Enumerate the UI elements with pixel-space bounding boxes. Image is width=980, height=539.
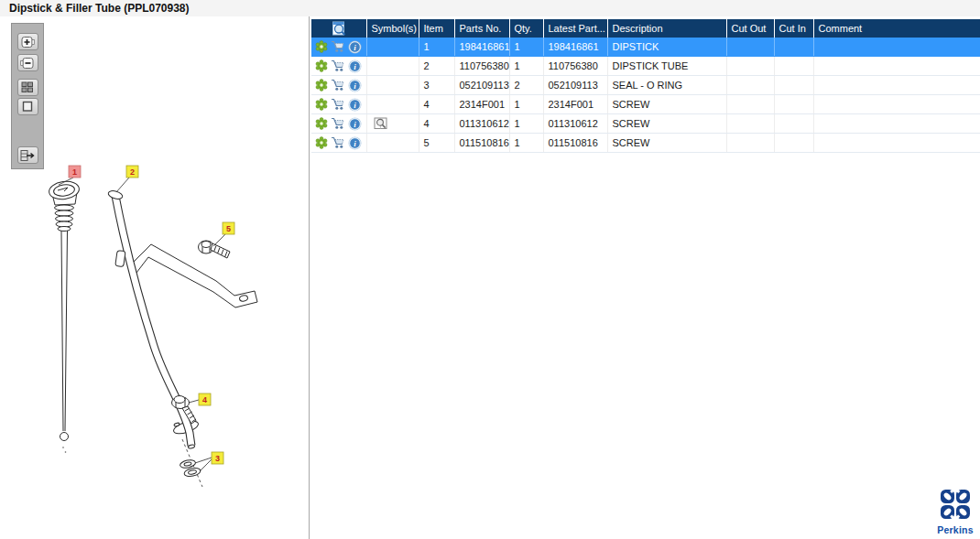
bracket-part[interactable] — [133, 244, 257, 307]
screw-5-part[interactable] — [199, 241, 231, 258]
gear-icon[interactable] — [315, 59, 328, 72]
cell-latest-part[interactable]: 2314F001 — [543, 95, 607, 114]
column-header-cut-out[interactable]: Cut Out — [726, 19, 774, 38]
info-icon[interactable]: i — [348, 79, 362, 92]
cell-description[interactable]: SCREW — [607, 134, 726, 153]
table-row[interactable]: i 1 198416861 1 198416861 DIPSTICK — [311, 38, 980, 57]
cell-cut-out[interactable] — [726, 114, 774, 134]
callout-2[interactable]: 2 — [116, 166, 138, 192]
info-icon[interactable]: i — [348, 59, 362, 73]
callout-5[interactable]: 5 — [213, 222, 234, 246]
cell-parts-no[interactable]: 011310612 — [454, 114, 509, 134]
panel-divider[interactable] — [309, 16, 310, 539]
cell-cut-in[interactable] — [774, 76, 813, 95]
cell-item[interactable]: 1 — [419, 38, 454, 57]
toggle-panel-button[interactable] — [17, 146, 38, 164]
callout-3[interactable]: 3 — [195, 452, 223, 471]
cell-item[interactable]: 3 — [419, 76, 454, 95]
info-icon[interactable]: i — [348, 136, 362, 150]
cell-latest-part[interactable]: 011510816 — [543, 134, 607, 153]
table-row[interactable]: i 5 011510816 1 011510816 SCREW — [311, 134, 980, 153]
cell-comment[interactable] — [813, 114, 980, 134]
info-icon[interactable]: i — [348, 98, 362, 112]
column-header-symbols[interactable]: Symbol(s) — [366, 19, 419, 38]
cell-parts-no[interactable]: 198416861 — [454, 38, 509, 57]
fit-view-button[interactable] — [17, 98, 38, 115]
cell-cut-in[interactable] — [774, 57, 813, 76]
book-magnifier-icon[interactable] — [374, 117, 388, 130]
cell-parts-no[interactable]: 110756380 — [454, 57, 509, 76]
cell-qty[interactable]: 1 — [509, 38, 543, 57]
cart-icon[interactable] — [331, 79, 345, 92]
cell-qty[interactable]: 2 — [509, 76, 543, 95]
gear-icon[interactable] — [315, 40, 328, 53]
cell-latest-part[interactable]: 110756380 — [543, 57, 607, 76]
seal-o-ring-part[interactable] — [180, 458, 201, 478]
cell-description[interactable]: SCREW — [607, 95, 726, 114]
cell-item[interactable]: 5 — [419, 134, 454, 153]
cell-description[interactable]: DIPSTICK — [607, 38, 726, 57]
cell-cut-in[interactable] — [774, 95, 813, 114]
cell-cut-out[interactable] — [726, 134, 774, 153]
cart-icon[interactable] — [331, 136, 345, 149]
cart-icon[interactable] — [331, 98, 345, 111]
cell-description[interactable]: DIPSTICK TUBE — [607, 57, 726, 76]
tile-view-button[interactable] — [17, 79, 38, 96]
column-header-item[interactable]: Item — [419, 19, 454, 38]
cell-comment[interactable] — [813, 134, 980, 153]
cell-cut-out[interactable] — [726, 95, 774, 114]
cell-cut-out[interactable] — [726, 76, 774, 95]
info-icon[interactable]: i — [348, 117, 362, 131]
cell-qty[interactable]: 1 — [509, 114, 543, 134]
cell-comment[interactable] — [813, 95, 980, 114]
column-header-actions[interactable] — [311, 19, 366, 38]
cell-latest-part[interactable]: 011310612 — [543, 114, 607, 134]
cell-item[interactable]: 2 — [419, 57, 454, 76]
column-header-latest-part[interactable]: Latest Part... — [543, 19, 607, 38]
gear-icon[interactable] — [315, 117, 328, 130]
callout-4[interactable]: 4 — [189, 393, 211, 405]
dipstick-part[interactable] — [48, 179, 80, 453]
table-row[interactable]: i 4 011310612 1 011310612 SCREW — [311, 114, 980, 134]
column-header-cut-in[interactable]: Cut In — [774, 19, 813, 38]
dipstick-tube-part[interactable] — [107, 189, 202, 487]
exploded-parts-diagram: 1 2 5 4 3 — [0, 16, 309, 539]
column-header-parts-no[interactable]: Parts No. — [454, 19, 509, 38]
table-row[interactable]: i 2 110756380 1 110756380 DIPSTICK TUBE — [311, 57, 980, 76]
column-header-qty[interactable]: Qty. — [509, 19, 543, 38]
column-header-comment[interactable]: Comment — [813, 19, 980, 38]
cell-comment[interactable] — [813, 57, 980, 76]
cell-qty[interactable]: 1 — [509, 95, 543, 114]
grid-icon — [21, 81, 34, 93]
cell-item[interactable]: 4 — [419, 114, 454, 134]
cell-parts-no[interactable]: 2314F001 — [454, 95, 509, 114]
cart-icon[interactable] — [331, 40, 345, 53]
cell-comment[interactable] — [813, 38, 980, 57]
zoom-in-button[interactable] — [17, 33, 38, 50]
cell-cut-out[interactable] — [726, 57, 774, 76]
cell-cut-in[interactable] — [774, 38, 813, 57]
gear-icon[interactable] — [315, 136, 328, 149]
cell-latest-part[interactable]: 198416861 — [543, 38, 607, 57]
cart-icon[interactable] — [331, 117, 345, 130]
column-header-description[interactable]: Description — [607, 19, 726, 38]
cell-qty[interactable]: 1 — [509, 57, 543, 76]
cell-description[interactable]: SCREW — [607, 114, 726, 134]
cell-qty[interactable]: 1 — [509, 134, 543, 153]
gear-icon[interactable] — [315, 79, 328, 92]
gear-icon[interactable] — [315, 98, 328, 111]
table-row[interactable]: i 3 052109113 2 052109113 SEAL - O RING — [311, 76, 980, 95]
info-icon[interactable]: i — [348, 40, 362, 54]
cell-parts-no[interactable]: 011510816 — [454, 134, 509, 153]
cell-cut-in[interactable] — [774, 114, 813, 134]
cell-cut-out[interactable] — [726, 38, 774, 57]
cell-description[interactable]: SEAL - O RING — [607, 76, 726, 95]
cart-icon[interactable] — [331, 59, 345, 72]
cell-latest-part[interactable]: 052109113 — [543, 76, 607, 95]
table-row[interactable]: i 4 2314F001 1 2314F001 SCREW — [311, 95, 980, 114]
cell-comment[interactable] — [813, 76, 980, 95]
cell-item[interactable]: 4 — [419, 95, 454, 114]
cell-cut-in[interactable] — [774, 134, 813, 153]
cell-parts-no[interactable]: 052109113 — [454, 76, 509, 95]
zoom-out-button[interactable] — [17, 54, 38, 71]
